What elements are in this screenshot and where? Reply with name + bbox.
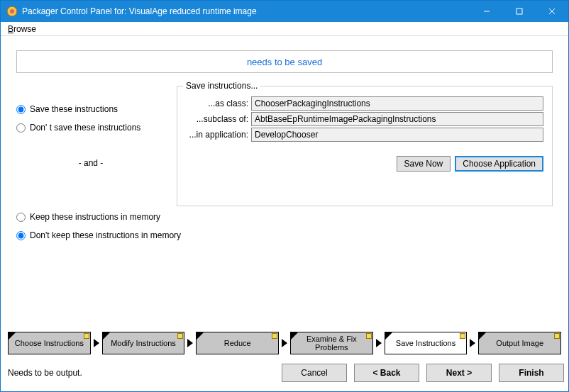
- svg-rect-3: [516, 9, 522, 14]
- wizard-step-save-instructions[interactable]: Save Instructions: [385, 332, 468, 354]
- step-corner-icon: [197, 332, 204, 340]
- save-instructions-group: Save instructions... ...as class: ...sub…: [177, 86, 553, 206]
- step-corner-icon: [385, 332, 392, 340]
- radio-dont-save-instructions-input[interactable]: [16, 123, 26, 133]
- choose-application-button[interactable]: Choose Application: [455, 156, 543, 172]
- in-application-input[interactable]: [251, 128, 543, 142]
- step-arrow-icon: [376, 339, 382, 347]
- subclass-of-label: ...subclass of:: [186, 114, 251, 124]
- next-button[interactable]: Next >: [426, 364, 492, 382]
- wizard-step-label: Save Instructions: [396, 339, 455, 347]
- window-titlebar: Packager Control Panel for: VisualAge re…: [1, 1, 568, 22]
- wizard-step-label: Examine & Fix Problems: [295, 335, 368, 352]
- menu-browse[interactable]: Browse: [4, 23, 40, 35]
- step-corner-icon: [103, 332, 110, 340]
- wizard-step-reduce[interactable]: Reduce: [196, 332, 279, 354]
- window-title: Packager Control Panel for: VisualAge re…: [22, 6, 470, 16]
- radio-save-instructions[interactable]: Save these instructions: [16, 104, 165, 114]
- radio-keep-in-memory-label: Keep these instructions in memory: [30, 212, 160, 222]
- step-badge-icon: [366, 333, 372, 339]
- radio-keep-in-memory[interactable]: Keep these instructions in memory: [16, 212, 553, 222]
- radio-dont-keep-in-memory-input[interactable]: [16, 231, 26, 240]
- step-corner-icon: [479, 332, 486, 340]
- step-corner-icon: [291, 332, 298, 340]
- wizard-step-label: Reduce: [224, 339, 251, 347]
- radio-save-instructions-input[interactable]: [16, 105, 26, 114]
- radio-dont-keep-in-memory[interactable]: Don't keep these instructions in memory: [16, 230, 553, 240]
- step-badge-icon: [272, 333, 277, 339]
- wizard-step-label: Modify Instructions: [111, 339, 176, 347]
- save-now-button[interactable]: Save Now: [397, 156, 451, 172]
- step-badge-icon: [177, 333, 183, 339]
- step-badge-icon: [554, 333, 560, 339]
- and-label: - and -: [16, 158, 165, 168]
- save-banner: needs to be saved: [16, 50, 553, 73]
- radio-keep-in-memory-input[interactable]: [16, 213, 26, 222]
- wizard-step-label: Choose Instructions: [15, 339, 84, 347]
- radio-dont-save-instructions-label: Don' t save these instructions: [30, 123, 140, 133]
- cancel-button[interactable]: Cancel: [282, 364, 347, 382]
- step-arrow-icon: [94, 339, 99, 347]
- step-badge-icon: [460, 333, 465, 339]
- window-maximize-button[interactable]: [503, 1, 536, 22]
- as-class-label: ...as class:: [186, 99, 251, 108]
- footer-bar: Needs to be output. Cancel < Back Next >…: [5, 359, 564, 387]
- window-minimize-button[interactable]: [470, 1, 503, 22]
- step-corner-icon: [9, 332, 16, 340]
- wizard-steps: Choose InstructionsModify InstructionsRe…: [8, 332, 561, 354]
- wizard-step-label: Output Image: [496, 339, 543, 347]
- window-close-button[interactable]: [536, 1, 568, 22]
- finish-button[interactable]: Finish: [499, 364, 564, 382]
- step-badge-icon: [84, 333, 89, 339]
- step-arrow-icon: [282, 339, 287, 347]
- menu-bar: Browse: [1, 22, 568, 36]
- app-icon: [6, 6, 18, 17]
- wizard-step-examine-fix-problems[interactable]: Examine & Fix Problems: [290, 332, 373, 354]
- step-arrow-icon: [187, 339, 193, 347]
- back-button[interactable]: < Back: [354, 364, 419, 382]
- wizard-step-modify-instructions[interactable]: Modify Instructions: [102, 332, 185, 354]
- step-arrow-icon: [470, 339, 475, 347]
- save-instructions-legend: Save instructions...: [183, 81, 260, 91]
- radio-save-instructions-label: Save these instructions: [30, 104, 118, 114]
- wizard-step-choose-instructions[interactable]: Choose Instructions: [8, 332, 91, 354]
- wizard-step-output-image[interactable]: Output Image: [478, 332, 561, 354]
- in-application-label: ...in application:: [186, 130, 251, 140]
- status-text: Needs to be output.: [5, 368, 82, 378]
- radio-dont-save-instructions[interactable]: Don' t save these instructions: [16, 123, 165, 133]
- subclass-of-input[interactable]: [251, 112, 543, 126]
- radio-dont-keep-in-memory-label: Don't keep these instructions in memory: [30, 230, 181, 240]
- svg-point-1: [10, 9, 14, 13]
- as-class-input[interactable]: [251, 96, 543, 111]
